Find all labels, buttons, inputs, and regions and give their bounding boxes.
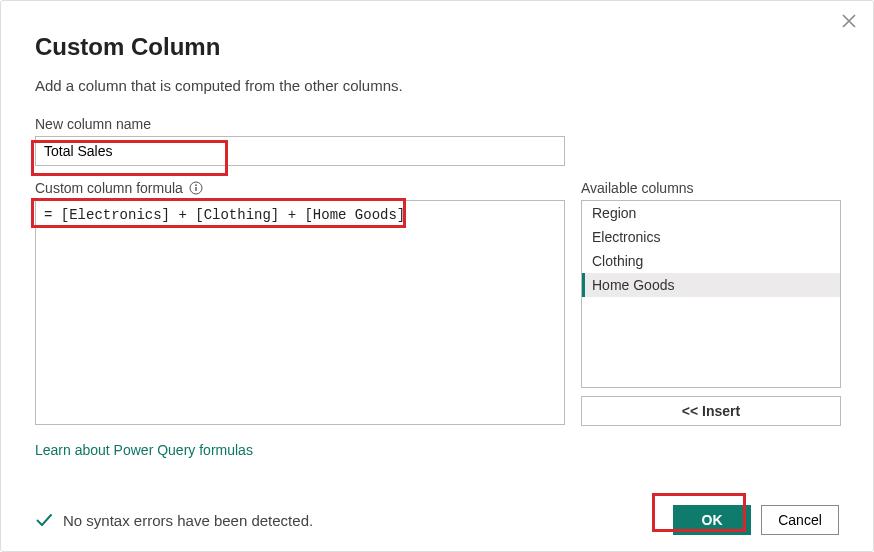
- cancel-button[interactable]: Cancel: [761, 505, 839, 535]
- available-column-item[interactable]: Electronics: [582, 225, 840, 249]
- svg-rect-2: [195, 187, 196, 191]
- formula-label: Custom column formula: [35, 180, 565, 196]
- formula-label-text: Custom column formula: [35, 180, 183, 196]
- custom-column-dialog: Custom Column Add a column that is compu…: [0, 0, 874, 552]
- dialog-content: Custom Column Add a column that is compu…: [1, 1, 873, 458]
- dialog-footer: No syntax errors have been detected. OK …: [35, 505, 839, 535]
- new-column-name-field: New column name: [35, 116, 839, 166]
- learn-link[interactable]: Learn about Power Query formulas: [35, 442, 253, 458]
- available-column-item[interactable]: Clothing: [582, 249, 840, 273]
- svg-point-1: [195, 184, 197, 186]
- formula-input[interactable]: [35, 200, 565, 425]
- check-icon: [35, 511, 53, 529]
- button-row: OK Cancel: [673, 505, 839, 535]
- dialog-subtitle: Add a column that is computed from the o…: [35, 77, 839, 94]
- status-message: No syntax errors have been detected.: [63, 512, 313, 529]
- new-column-name-label: New column name: [35, 116, 839, 132]
- status-row: No syntax errors have been detected.: [35, 511, 313, 529]
- available-columns-label: Available columns: [581, 180, 841, 196]
- close-icon[interactable]: [841, 13, 857, 29]
- new-column-name-input[interactable]: [35, 136, 565, 166]
- dialog-title: Custom Column: [35, 33, 839, 61]
- insert-button[interactable]: << Insert: [581, 396, 841, 426]
- available-column-item[interactable]: Home Goods: [582, 273, 840, 297]
- info-icon[interactable]: [189, 181, 203, 195]
- available-columns-list[interactable]: Region Electronics Clothing Home Goods: [581, 200, 841, 388]
- ok-button[interactable]: OK: [673, 505, 751, 535]
- available-column-item[interactable]: Region: [582, 201, 840, 225]
